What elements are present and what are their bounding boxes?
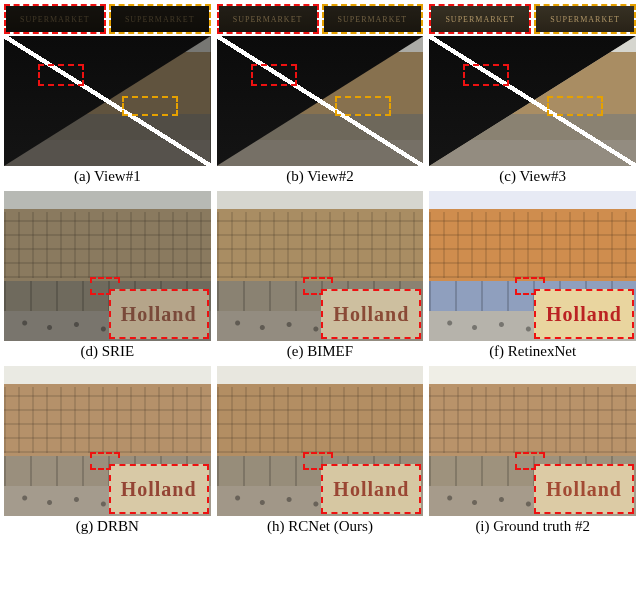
crop-red: SUPERMARKET: [4, 4, 106, 34]
split-image: [4, 36, 211, 166]
crop-strip: SUPERMARKET SUPERMARKET: [4, 4, 211, 34]
caption-a: (a) View#1: [74, 168, 141, 185]
crop-amber-content: SUPERMARKET: [111, 6, 209, 32]
caption-i: (i) Ground truth #2: [475, 518, 590, 535]
panel-f: Holland (f) RetinexNet: [429, 191, 636, 360]
caption-d: (d) SRIE: [80, 343, 134, 360]
caption-f: (f) RetinexNet: [489, 343, 576, 360]
caption-c: (c) View#3: [499, 168, 566, 185]
panel-e: Holland (e) BIMEF: [217, 191, 424, 360]
zoom-inset: Holland: [321, 464, 421, 514]
caption-h: (h) RCNet (Ours): [267, 518, 373, 535]
result-image: Holland: [4, 191, 211, 341]
roi-red: [463, 64, 509, 86]
caption-g: (g) DRBN: [76, 518, 139, 535]
crop-amber: SUPERMARKET: [534, 4, 636, 34]
zoom-inset: Holland: [534, 289, 634, 339]
result-image: Holland: [4, 366, 211, 516]
crop-strip: SUPERMARKET SUPERMARKET: [429, 4, 636, 34]
crop-amber-content: SUPERMARKET: [536, 6, 634, 32]
roi-red: [251, 64, 297, 86]
crop-red: SUPERMARKET: [429, 4, 531, 34]
crop-amber: SUPERMARKET: [109, 4, 211, 34]
panel-a: SUPERMARKET SUPERMARKET (a) View#1: [4, 4, 211, 185]
zoom-inset: Holland: [109, 289, 209, 339]
panel-i: Holland (i) Ground truth #2: [429, 366, 636, 535]
panel-c: SUPERMARKET SUPERMARKET (c) View#3: [429, 4, 636, 185]
caption-e: (e) BIMEF: [287, 343, 353, 360]
result-image: Holland: [429, 191, 636, 341]
roi-amber: [335, 96, 391, 116]
crop-red: SUPERMARKET: [217, 4, 319, 34]
roi-red: [38, 64, 84, 86]
roi-amber: [547, 96, 603, 116]
figure-grid: SUPERMARKET SUPERMARKET (a) View#1 SUPER…: [4, 4, 636, 535]
split-image: [429, 36, 636, 166]
zoom-inset: Holland: [109, 464, 209, 514]
panel-h: Holland (h) RCNet (Ours): [217, 366, 424, 535]
result-image: Holland: [217, 366, 424, 516]
caption-b: (b) View#2: [286, 168, 354, 185]
result-image: Holland: [217, 191, 424, 341]
crop-red-content: SUPERMARKET: [431, 6, 529, 32]
split-image: [217, 36, 424, 166]
crop-red-content: SUPERMARKET: [6, 6, 104, 32]
crop-strip: SUPERMARKET SUPERMARKET: [217, 4, 424, 34]
panel-g: Holland (g) DRBN: [4, 366, 211, 535]
panel-d: Holland (d) SRIE: [4, 191, 211, 360]
roi-amber: [122, 96, 178, 116]
zoom-inset: Holland: [321, 289, 421, 339]
crop-amber: SUPERMARKET: [322, 4, 424, 34]
crop-amber-content: SUPERMARKET: [324, 6, 422, 32]
crop-red-content: SUPERMARKET: [219, 6, 317, 32]
result-image: Holland: [429, 366, 636, 516]
panel-b: SUPERMARKET SUPERMARKET (b) View#2: [217, 4, 424, 185]
zoom-inset: Holland: [534, 464, 634, 514]
